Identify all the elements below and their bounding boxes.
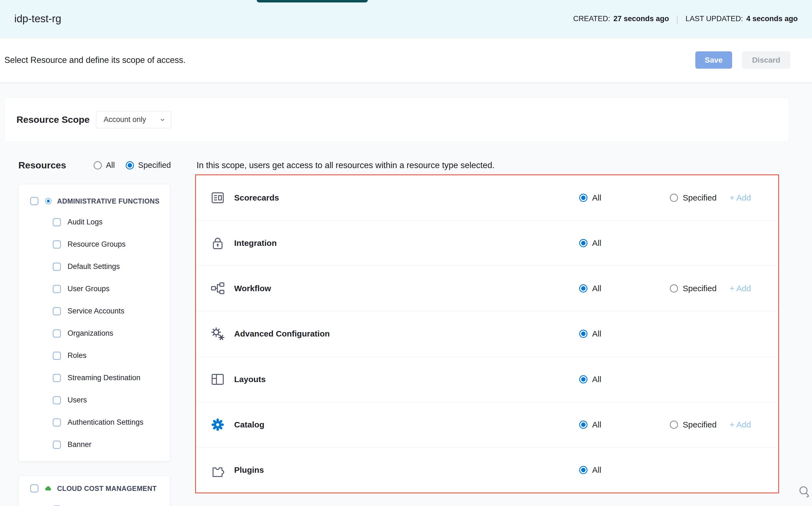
add-link[interactable]: + Add — [730, 284, 751, 293]
radio-icon[interactable] — [579, 239, 588, 247]
radio-icon[interactable] — [126, 161, 134, 169]
add-link[interactable]: + Add — [730, 193, 751, 202]
checkbox[interactable] — [30, 484, 38, 493]
resource-item-row[interactable]: Recommendations — [19, 498, 170, 506]
resource-item-label: Roles — [68, 351, 87, 360]
toolbar-description: Select Resource and define its scope of … — [4, 55, 695, 65]
resource-item-row[interactable]: Banner — [19, 433, 170, 456]
resource-item-row[interactable]: User Groups — [19, 278, 170, 300]
resource-item-row[interactable]: Users — [19, 389, 170, 411]
resource-group-header[interactable]: CLOUD COST MANAGEMENT — [19, 479, 170, 498]
checkbox[interactable] — [53, 218, 61, 226]
add-link[interactable]: + Add — [730, 420, 751, 429]
resource-item-label: Audit Logs — [68, 218, 103, 226]
resource-group-label: CLOUD COST MANAGEMENT — [57, 485, 157, 493]
radio-all[interactable]: All — [579, 375, 601, 384]
checkbox[interactable] — [53, 240, 61, 249]
workflow-icon — [210, 281, 225, 296]
checkbox[interactable] — [53, 418, 61, 427]
checkbox[interactable] — [53, 352, 61, 360]
resource-item-label: Service Accounts — [68, 307, 124, 315]
checkbox[interactable] — [53, 307, 61, 315]
resource-types-box: Scorecards All Specified + Add Integrati… — [195, 174, 779, 493]
integration-icon — [210, 236, 225, 251]
resource-item-label: Streaming Destination — [68, 373, 140, 382]
checkbox[interactable] — [53, 285, 61, 293]
resource-item-row[interactable]: Audit Logs — [19, 211, 170, 233]
resource-item-row[interactable]: Default Settings — [19, 255, 170, 278]
resource-type-row-plugins: Plugins All — [196, 447, 778, 493]
resource-type-label: Workflow — [234, 284, 271, 293]
resource-scope-card: Resource Scope Account only — [4, 97, 789, 142]
radio-all-label: All — [592, 375, 601, 384]
content-area: Resource Scope Account only Resources Al… — [0, 82, 812, 506]
action-toolbar: Select Resource and define its scope of … — [0, 38, 812, 82]
resource-item-row[interactable]: Authentication Settings — [19, 411, 170, 433]
chevron-down-icon — [160, 117, 166, 123]
resource-type-row-workflow: Workflow All Specified + Add — [196, 266, 778, 311]
radio-specified-label: Specified — [138, 161, 171, 170]
checkbox[interactable] — [53, 396, 61, 404]
resource-item-label: Resource Groups — [68, 240, 126, 249]
radio-icon[interactable] — [579, 375, 588, 384]
radio-all[interactable]: All — [579, 238, 601, 248]
help-widget-icon[interactable] — [798, 485, 811, 498]
radio-all[interactable]: All — [579, 284, 601, 293]
checkbox[interactable] — [53, 329, 61, 338]
radio-icon[interactable] — [579, 284, 588, 292]
radio-specified[interactable]: Specified — [670, 420, 716, 429]
checkbox[interactable] — [53, 441, 61, 449]
discard-button[interactable]: Discard — [742, 51, 790, 69]
radio-icon[interactable] — [94, 161, 102, 169]
radio-icon[interactable] — [579, 330, 588, 338]
resource-type-row-catalog: Catalog All Specified + Add — [196, 402, 778, 447]
resource-item-label: Authentication Settings — [68, 418, 143, 427]
resource-group-card-admin: ADMINISTRATIVE FUNCTIONS Audit Logs Reso… — [18, 184, 170, 461]
resource-type-row-advanced-configuration: Advanced Configuration All — [196, 311, 778, 356]
radio-all[interactable]: All — [579, 466, 601, 475]
resources-title: Resources — [18, 160, 66, 171]
resource-scope-dropdown[interactable]: Account only — [96, 111, 171, 128]
save-button[interactable]: Save — [695, 51, 732, 69]
page-title: idp-test-rg — [14, 13, 61, 25]
radio-icon[interactable] — [579, 466, 588, 474]
radio-icon[interactable] — [579, 421, 588, 429]
resources-radio-specified[interactable]: Specified — [126, 161, 171, 170]
radio-specified[interactable]: Specified — [670, 193, 716, 202]
top-banner-remnant — [257, 0, 368, 2]
radio-specified-label: Specified — [683, 420, 716, 429]
created-label: CREATED: — [573, 15, 610, 23]
updated-label: LAST UPDATED: — [686, 15, 743, 23]
radio-all-label: All — [592, 466, 601, 475]
resource-group-label: ADMINISTRATIVE FUNCTIONS — [57, 197, 160, 205]
created-value: 27 seconds ago — [613, 15, 669, 23]
radio-all[interactable]: All — [579, 329, 601, 338]
radio-icon[interactable] — [670, 194, 678, 202]
radio-all-label: All — [592, 329, 601, 338]
checkbox[interactable] — [53, 263, 61, 271]
radio-all-label: All — [106, 161, 115, 170]
resource-scope-value: Account only — [103, 115, 146, 124]
radio-all-label: All — [592, 238, 601, 248]
page-header: idp-test-rg CREATED: 27 seconds ago | LA… — [0, 0, 812, 38]
resource-item-row[interactable]: Roles — [19, 344, 170, 367]
resource-type-label: Scorecards — [234, 193, 279, 202]
resource-item-row[interactable]: Streaming Destination — [19, 367, 170, 389]
radio-icon[interactable] — [670, 284, 678, 292]
admin-functions-icon — [44, 197, 52, 205]
resource-item-row[interactable]: Service Accounts — [19, 300, 170, 322]
radio-all[interactable]: All — [579, 420, 601, 429]
radio-specified-label: Specified — [683, 284, 716, 293]
checkbox[interactable] — [30, 197, 38, 205]
radio-icon[interactable] — [579, 194, 588, 202]
radio-specified[interactable]: Specified — [670, 284, 716, 293]
resource-item-row[interactable]: Organizations — [19, 322, 170, 344]
resource-type-row-scorecards: Scorecards All Specified + Add — [196, 175, 778, 221]
resources-radio-all[interactable]: All — [94, 161, 115, 170]
checkbox[interactable] — [53, 374, 61, 382]
radio-icon[interactable] — [670, 421, 678, 429]
resource-item-row[interactable]: Resource Groups — [19, 233, 170, 255]
radio-all[interactable]: All — [579, 193, 601, 202]
resource-item-label: User Groups — [68, 284, 110, 293]
resource-group-header[interactable]: ADMINISTRATIVE FUNCTIONS — [19, 191, 170, 211]
